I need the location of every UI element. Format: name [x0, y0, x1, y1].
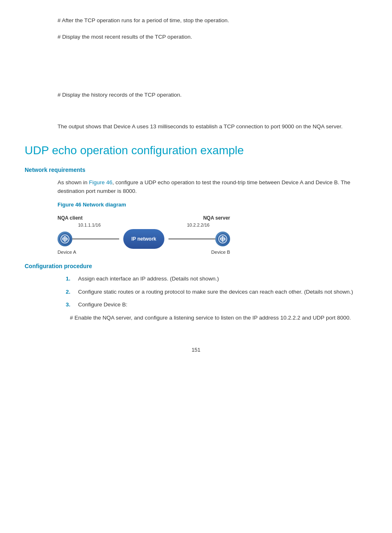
svg-text:→: →: [224, 239, 227, 241]
svg-point-0: [60, 234, 70, 244]
device-a-name: Device A: [58, 250, 76, 255]
list-number-2: 2.: [66, 287, 76, 297]
line-a-to-cloud: [72, 239, 119, 239]
switch-b-svg: ← →: [217, 233, 228, 245]
svg-point-3: [63, 237, 67, 241]
list-text-2: Configure static routes or a routing pro…: [78, 287, 353, 297]
divider-1: [25, 107, 367, 114]
list-number-1: 1.: [66, 274, 76, 283]
comment-display-recent: # Display the most recent results of the…: [58, 33, 367, 41]
subsection-network-req: Network requirements: [25, 167, 367, 173]
diagram-visual-row: ← → IP network: [58, 229, 230, 249]
device-b-name: Device B: [211, 250, 230, 255]
nqa-client-label: NQA client: [58, 215, 83, 221]
list-item-2: 2. Configure static routes or a routing …: [66, 287, 353, 297]
ip-network-cloud: IP network: [123, 229, 164, 249]
line-cloud-to-b: [168, 239, 215, 239]
figure-title: Figure 46 Network diagram: [58, 202, 367, 208]
switch-a-svg: ← →: [59, 233, 71, 245]
svg-text:→: →: [66, 239, 69, 241]
device-a-ip: 10.1.1.1/16: [78, 222, 101, 227]
device-b-ip: 10.2.2.2/16: [187, 222, 210, 227]
svg-text:←: ←: [61, 236, 64, 239]
sub-comment-enable-nqa: # Enable the NQA server, and configure a…: [70, 313, 353, 322]
svg-point-9: [221, 237, 225, 241]
section-title: UDP echo operation configuration example: [25, 143, 367, 158]
list-text-3: Configure Device B:: [78, 300, 353, 309]
svg-text:←: ←: [219, 236, 222, 239]
list-item-1: 1. Assign each interface an IP address. …: [66, 274, 353, 283]
config-proc-list: 1. Assign each interface an IP address. …: [66, 274, 353, 309]
list-text-1: Assign each interface an IP address. (De…: [78, 274, 353, 283]
device-a-icon: ← →: [58, 232, 72, 246]
list-item-3: 3. Configure Device B:: [66, 300, 353, 309]
output-note: The output shows that Device A uses 13 m…: [58, 122, 353, 131]
switch-a-shape: ← →: [58, 232, 72, 246]
body-prefix: As shown in: [58, 179, 89, 185]
ip-labels-row: 10.1.1.1/16 10.2.2.2/16: [58, 222, 230, 227]
device-b-icon: ← →: [215, 232, 230, 246]
comment-display-history: # Display the history records of the TCP…: [58, 91, 367, 99]
nqa-server-label: NQA server: [203, 215, 230, 221]
network-diagram: NQA client NQA server 10.1.1.1/16 10.2.2…: [58, 215, 230, 255]
subsection-config-proc: Configuration procedure: [25, 263, 367, 269]
list-number-3: 3.: [66, 300, 76, 309]
diagram-labels-row: NQA client NQA server: [58, 215, 230, 221]
switch-b-shape: ← →: [215, 232, 230, 246]
device-names-row: Device A Device B: [58, 250, 230, 255]
page-number: 151: [25, 347, 367, 353]
svg-point-6: [217, 234, 228, 244]
network-diagram-container: NQA client NQA server 10.1.1.1/16 10.2.2…: [58, 212, 367, 255]
network-req-body: As shown in Figure 46, configure a UDP e…: [58, 178, 353, 196]
figure-46-link[interactable]: Figure 46: [89, 179, 113, 185]
comment-tcp-stop: # After the TCP operation runs for a per…: [58, 16, 367, 25]
spacer-1: [25, 50, 367, 91]
